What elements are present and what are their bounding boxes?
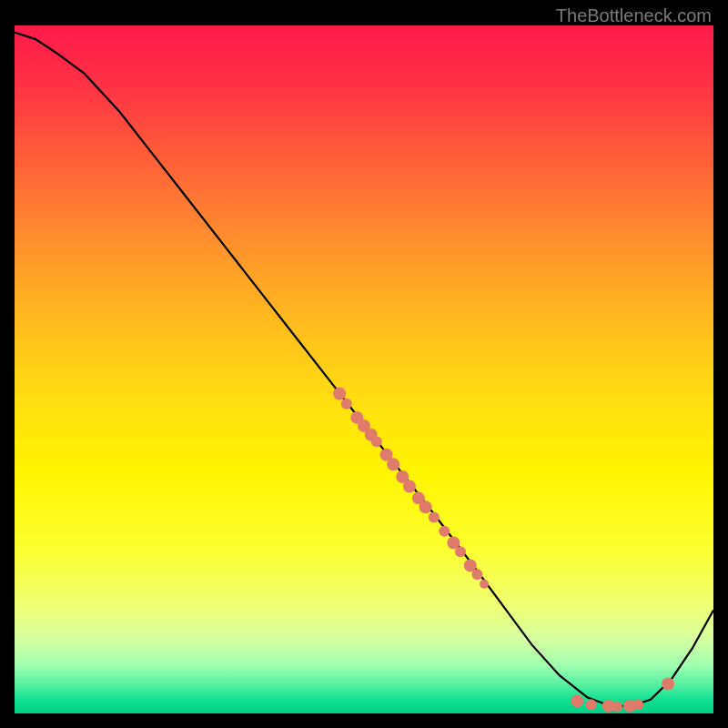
chart-data-point: [471, 569, 482, 580]
chart-scatter-group: [333, 387, 674, 712]
watermark-text: TheBottleneck.com: [556, 5, 712, 26]
chart-data-point: [429, 512, 440, 523]
chart-data-point: [480, 580, 489, 589]
chart-data-point: [571, 694, 583, 707]
chart-data-point: [420, 500, 432, 513]
chart-data-point: [586, 699, 597, 710]
chart-data-point: [439, 526, 450, 537]
chart-data-point: [371, 436, 382, 447]
chart-data-point: [455, 546, 466, 557]
chart-data-point: [632, 699, 643, 710]
chart-data-point: [341, 399, 352, 410]
chart-data-point: [333, 387, 346, 399]
chart-data-point: [662, 677, 674, 690]
chart-line: [15, 33, 713, 707]
chart-container: [15, 25, 713, 713]
chart-data-point: [403, 480, 416, 493]
chart-svg: [15, 25, 713, 713]
chart-data-point: [387, 458, 399, 470]
chart-data-point: [612, 701, 622, 712]
